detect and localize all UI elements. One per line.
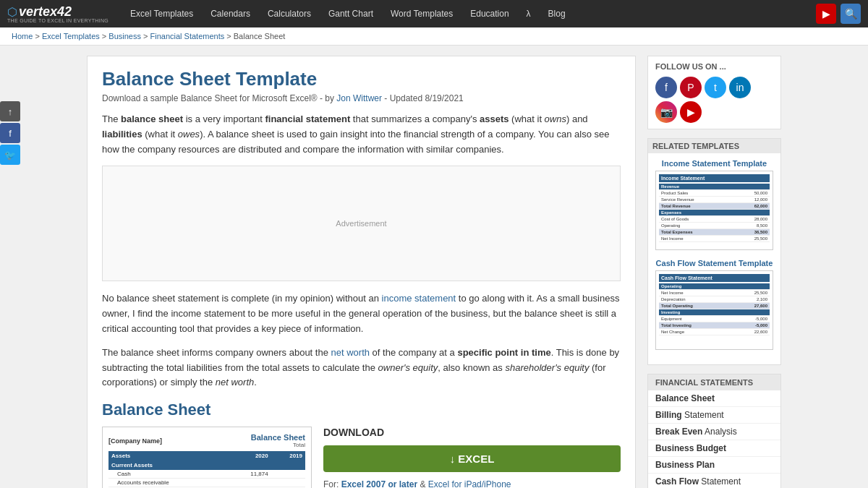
breadcrumb: Home > Excel Templates > Business > Fina… — [0, 27, 868, 46]
download-panel: DOWNLOAD ↓ EXCEL For: Excel 2007 or late… — [323, 427, 621, 488]
for-text: For: Excel 2007 or later & Excel for iPa… — [323, 479, 621, 488]
related-cashflow-thumb[interactable]: Cash Flow Statement Operating Net Income… — [655, 270, 773, 350]
follow-us-box: FOLLOW US ON ... f P t in 📷 ▶ — [647, 56, 781, 129]
instagram-icon[interactable]: 📷 — [655, 101, 677, 123]
preview-table: Assets 2020 2019 Current Assets Cash 11,… — [109, 451, 305, 488]
logo-icon: ⬡ — [7, 5, 17, 19]
ipad-link[interactable]: Excel for iPad/iPhone — [428, 479, 511, 488]
nav-right-icons: ▶ 🔍 — [816, 4, 861, 24]
linkedin-icon[interactable]: in — [729, 77, 751, 98]
nav-education[interactable]: Education — [463, 3, 516, 25]
social-icons-row: f P t in 📷 ▶ — [655, 77, 773, 123]
balance-sheet-preview: [Company Name] Balance Sheet Total Asset… — [102, 427, 312, 488]
financial-statements-box: FINANCIAL STATEMENTS Balance Sheet Billi… — [647, 374, 781, 488]
author-link[interactable]: Jon Wittwer — [336, 93, 382, 103]
follow-title: FOLLOW US ON ... — [655, 62, 773, 71]
share-button[interactable]: ↑ — [0, 101, 20, 121]
excel-version-link[interactable]: Excel 2007 or later — [341, 479, 417, 488]
related-income-statement-thumb[interactable]: Income Statement Revenue Product Sales50… — [655, 171, 773, 250]
income-statement-link[interactable]: income statement — [382, 293, 456, 304]
nav-gantt-chart[interactable]: Gantt Chart — [321, 3, 380, 25]
main-layout: Balance Sheet Template Download a sample… — [80, 46, 788, 488]
facebook-icon[interactable]: f — [655, 77, 677, 98]
logo-text: vertex42 — [19, 4, 72, 20]
related-cashflow-statement: Cash Flow Statement Template Cash Flow S… — [655, 259, 773, 350]
nav-blog[interactable]: Blog — [541, 3, 573, 25]
search-icon[interactable]: 🔍 — [841, 4, 861, 24]
content-area: Balance Sheet Template Download a sample… — [87, 56, 636, 488]
twitter-icon[interactable]: t — [705, 77, 726, 98]
fin-billing-statement[interactable]: Billing Statement — [648, 407, 780, 424]
fin-break-even[interactable]: Break Even Analysis — [648, 424, 780, 440]
balance-sheet-section-title: Balance Sheet — [102, 401, 621, 419]
fin-balance-sheet[interactable]: Balance Sheet — [648, 390, 780, 407]
breadcrumb-excel-templates[interactable]: Excel Templates — [42, 32, 100, 40]
pinterest-icon[interactable]: P — [680, 77, 702, 98]
breadcrumb-financial-statements[interactable]: Financial Statements — [150, 32, 225, 40]
download-title: DOWNLOAD — [323, 427, 621, 438]
breadcrumb-home[interactable]: Home — [12, 32, 33, 40]
related-cashflow-title[interactable]: Cash Flow Statement Template — [655, 259, 773, 267]
financial-statements-title: FINANCIAL STATEMENTS — [648, 374, 780, 390]
logo[interactable]: ⬡ vertex42 THE GUIDE TO EXCEL IN EVERYTH… — [7, 4, 109, 23]
nav-calculators[interactable]: Calculators — [260, 3, 318, 25]
youtube-icon[interactable]: ▶ — [680, 101, 702, 123]
breadcrumb-current: Balance Sheet — [234, 32, 286, 40]
logo-tagline: THE GUIDE TO EXCEL IN EVERYTHING — [7, 18, 109, 23]
nav-excel-templates[interactable]: Excel Templates — [123, 3, 200, 25]
net-worth-link[interactable]: net worth — [331, 347, 370, 358]
second-paragraph: No balance sheet statement is complete (… — [102, 291, 621, 336]
advertisement-block: Advertisement — [102, 166, 621, 281]
nav-calendars[interactable]: Calendars — [203, 3, 258, 25]
breadcrumb-business[interactable]: Business — [109, 32, 141, 40]
fin-cash-flow[interactable]: Cash Flow Statement — [648, 474, 780, 488]
fin-business-plan[interactable]: Business Plan — [648, 457, 780, 474]
nav-lambda[interactable]: λ — [519, 3, 538, 25]
youtube-icon[interactable]: ▶ — [816, 4, 836, 24]
social-sidebar: ↑ f 🐦 — [0, 101, 20, 165]
fin-business-budget[interactable]: Business Budget — [648, 440, 780, 457]
preview-doc-title: Balance Sheet — [251, 433, 305, 442]
intro-text: The balance sheet is a very important fi… — [102, 112, 621, 157]
nav-word-templates[interactable]: Word Templates — [383, 3, 460, 25]
page-title: Balance Sheet Template — [102, 68, 621, 90]
preview-doc-subtitle: Total — [251, 442, 305, 448]
facebook-share-button[interactable]: f — [0, 123, 20, 143]
related-income-statement-title[interactable]: Income Statement Template — [655, 159, 773, 168]
balance-sheet-section: [Company Name] Balance Sheet Total Asset… — [102, 427, 621, 488]
right-sidebar: FOLLOW US ON ... f P t in 📷 ▶ RELATED TE… — [647, 56, 781, 488]
related-income-statement: Income Statement Template Income Stateme… — [655, 159, 773, 250]
related-templates-box: RELATED TEMPLATES Income Statement Templ… — [647, 138, 781, 365]
page-subtitle: Download a sample Balance Sheet for Micr… — [102, 93, 621, 103]
related-title: RELATED TEMPLATES — [648, 139, 780, 153]
nav-links: Excel Templates Calendars Calculators Ga… — [123, 3, 816, 25]
preview-company: [Company Name] — [109, 437, 162, 445]
third-paragraph: The balance sheet informs company owners… — [102, 346, 621, 390]
twitter-share-button[interactable]: 🐦 — [0, 145, 20, 165]
top-navigation: ⬡ vertex42 THE GUIDE TO EXCEL IN EVERYTH… — [0, 0, 868, 27]
excel-download-button[interactable]: ↓ EXCEL — [323, 445, 621, 472]
